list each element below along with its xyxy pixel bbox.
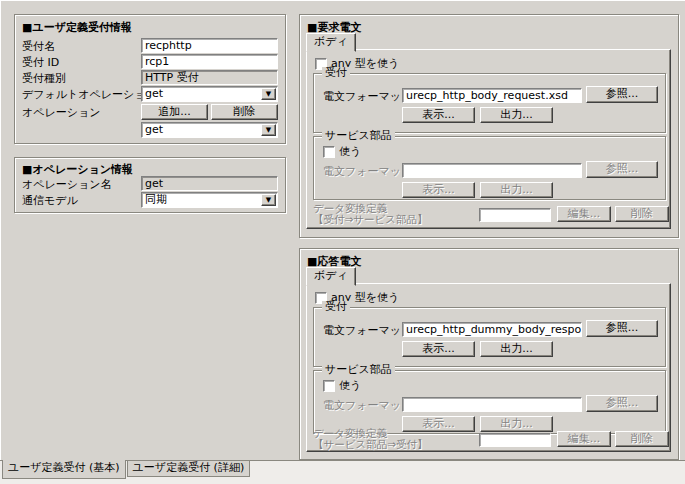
request-browse-button[interactable]: 参照... <box>586 86 658 103</box>
response-body-tabpage: any 型を使う 受付 電文フォーマット 参照... 表示... 出力... サ… <box>306 283 671 452</box>
tab-user-reception-basic[interactable]: ユーザ定義受付 (基本) <box>2 460 126 479</box>
user-defined-reception-editor: { "colors": { "background": "#d6d3ce", "… <box>0 0 685 484</box>
response-view-button[interactable]: 表示... <box>402 341 475 357</box>
chevron-down-icon: ▼ <box>261 88 276 100</box>
reception-type-field: HTTP 受付 <box>141 70 278 85</box>
operation-name-label: オペレーション名 <box>22 179 112 191</box>
chevron-down-icon: ▼ <box>261 194 276 206</box>
response-service-browse-button: 参照... <box>586 395 658 412</box>
default-operation-select[interactable]: get ▼ <box>141 86 278 102</box>
reception-name-label: 受付名 <box>22 41 55 53</box>
operation-select[interactable]: get ▼ <box>141 122 278 138</box>
reception-id-input[interactable] <box>141 54 278 69</box>
request-reception-group: 受付 電文フォーマット 参照... 表示... 出力... <box>313 73 666 133</box>
selected-value: get <box>145 88 163 100</box>
response-service-group: サービス部品 使う 電文フォーマット 参照... 表示... 出力... <box>313 370 666 434</box>
add-operation-button[interactable]: 追加... <box>141 104 208 120</box>
format-label: 電文フォーマット <box>323 91 412 103</box>
comm-model-select[interactable]: 同期 ▼ <box>141 192 278 208</box>
reception-type-label: 受付種別 <box>22 73 66 85</box>
selected-value: get <box>145 124 163 136</box>
format-label: 電文フォーマット <box>323 400 412 412</box>
operation-info-panel: ■オペレーション情報 オペレーション名 get 通信モデル 同期 ▼ <box>14 157 286 213</box>
request-service-output-button: 出力... <box>480 182 553 198</box>
response-reception-group: 受付 電文フォーマット 参照... 表示... 出力... <box>313 307 666 367</box>
comm-model-label: 通信モデル <box>22 195 78 207</box>
format-label: 電文フォーマット <box>323 325 412 337</box>
response-service-output-button: 出力... <box>480 416 553 432</box>
response-message-panel: ■応答電文 ボディ any 型を使う 受付 電文フォーマット 参照... 表示.… <box>299 248 679 460</box>
request-body-tab[interactable]: ボディ <box>306 33 356 52</box>
response-service-use-label: 使う <box>339 380 361 392</box>
response-conversion-delete-button: 削除 <box>615 431 669 447</box>
request-conversion-edit-button: 編集... <box>557 206 611 222</box>
group-legend: サービス部品 <box>322 130 395 142</box>
request-service-group: サービス部品 使う 電文フォーマット 参照... 表示... 出力... <box>313 136 666 200</box>
reception-name-input[interactable] <box>141 38 278 53</box>
reception-info-panel: ■ユーザ定義受付情報 受付名 受付 ID 受付種別 HTTP 受付 デフォルトオ… <box>14 14 286 144</box>
operation-label: オペレーション <box>22 107 101 119</box>
request-output-button[interactable]: 出力... <box>480 107 553 123</box>
reception-info-title: ■ユーザ定義受付情報 <box>22 20 132 35</box>
request-conversion-field <box>479 208 551 222</box>
request-service-format-field <box>402 163 582 178</box>
request-message-panel: ■要求電文 ボディ any 型を使う 受付 電文フォーマット 参照... 表示.… <box>299 14 679 238</box>
request-conversion-delete-button: 削除 <box>615 206 669 222</box>
group-legend: サービス部品 <box>322 364 395 376</box>
request-format-input[interactable] <box>402 88 582 103</box>
request-conversion-label: データ変換定義 【受付⇒サービス部品】 <box>313 203 428 225</box>
tab-user-reception-detail[interactable]: ユーザ定義受付 (詳細) <box>127 461 251 477</box>
response-body-tab[interactable]: ボディ <box>306 267 356 286</box>
request-service-view-button: 表示... <box>402 182 475 198</box>
response-format-input[interactable] <box>402 322 582 337</box>
response-service-use-checkbox[interactable] <box>323 380 335 392</box>
response-output-button[interactable]: 出力... <box>480 341 553 357</box>
response-conversion-edit-button: 編集... <box>557 431 611 447</box>
response-conversion-field <box>479 433 551 447</box>
request-view-button[interactable]: 表示... <box>402 107 475 123</box>
reception-id-label: 受付 ID <box>22 57 59 69</box>
operation-info-title: ■オペレーション情報 <box>22 162 133 177</box>
format-label: 電文フォーマット <box>323 166 412 178</box>
group-legend: 受付 <box>322 301 350 313</box>
request-service-browse-button: 参照... <box>586 161 658 178</box>
group-legend: 受付 <box>322 67 350 79</box>
bottom-tab-strip: ユーザ定義受付 (基本) ユーザ定義受付 (詳細) <box>0 460 685 484</box>
operation-name-field: get <box>141 176 278 191</box>
chevron-down-icon: ▼ <box>261 124 276 136</box>
response-service-format-field <box>402 397 582 412</box>
response-browse-button[interactable]: 参照... <box>586 320 658 337</box>
delete-operation-button[interactable]: 削除 <box>211 104 278 120</box>
request-body-tabpage: any 型を使う 受付 電文フォーマット 参照... 表示... 出力... サ… <box>306 49 671 229</box>
selected-value: 同期 <box>145 194 167 206</box>
request-service-use-label: 使う <box>339 146 361 158</box>
request-service-use-checkbox[interactable] <box>323 146 335 158</box>
response-conversion-label: データ変換定義 【サービス部品⇒受付】 <box>313 428 428 450</box>
